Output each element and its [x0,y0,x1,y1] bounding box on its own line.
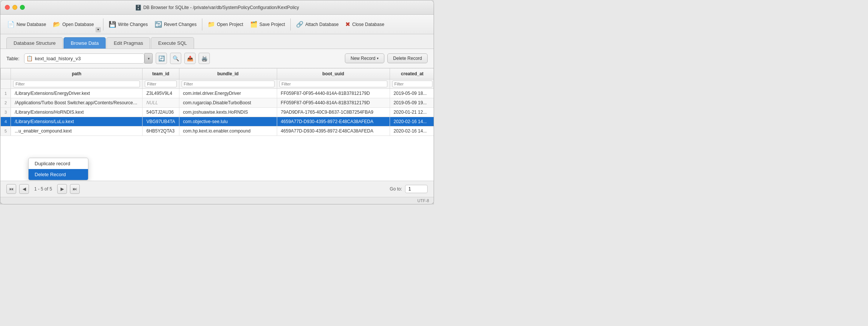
new-record-arrow-icon: ▾ [377,56,379,60]
data-table: path team_id bundle_id boot_uuid created… [0,68,434,136]
row-boot-uuid: 4659A77D-D930-4395-8972-E48CA38AFEDA [277,126,390,136]
data-table-area: path team_id bundle_id boot_uuid created… [0,68,434,181]
table-row[interactable]: 2/Applications/Turbo Boost Switcher.app/… [1,98,434,108]
print-button[interactable]: 🖨️ [199,53,210,64]
toolbar-sep-3 [290,18,291,30]
table-select-wrapper: 📋 kext_load_history_v3 ▾ [24,53,153,64]
next-page-button[interactable]: ▶ [57,184,67,194]
goto-input[interactable] [405,185,428,193]
row-team-id: 6HB5Y2QTA3 [143,126,179,136]
row-bundle-id: com.objective-see.lulu [179,117,277,126]
write-changes-button[interactable]: 💾 Write Changes [106,19,151,29]
save-project-icon: 🗂️ [250,21,258,28]
filter-cell-created-at [390,79,434,89]
export-button[interactable]: 📤 [184,53,196,64]
minimize-window-button[interactable] [12,5,17,10]
goto-label: Go to: [390,186,402,192]
table-label: Table: [6,56,20,61]
row-number: 3 [1,108,11,117]
page-info: 1 - 5 of 5 [32,186,54,192]
refresh-button[interactable]: 🔄 [156,53,167,64]
close-database-button[interactable]: ✖ Close Database [342,19,387,29]
table-row[interactable]: 3/Library/Extensions/HoRNDIS.kext54GTJ2A… [1,108,434,117]
row-path: /Library/Extensions/LuLu.kext [11,117,143,126]
row-boot-uuid: FF059F87-0F95-4440-814A-81B37812179D [277,89,390,98]
prev-page-button[interactable]: ◀ [19,184,29,194]
save-project-button[interactable]: 🗂️ Save Project [247,19,288,29]
tab-edit-pragmas[interactable]: Edit Pragmas [106,37,150,49]
col-header-created-at[interactable]: created_at [390,69,434,79]
row-bundle-id: com.hp.kext.io.enabler.compound [179,126,277,136]
tab-browse-data[interactable]: Browse Data [64,37,106,49]
status-bar: UTF-8 [0,197,434,204]
delete-record-label: Delete Record [393,56,422,61]
open-database-icon: 📂 [53,21,61,28]
footer: ⏮ ◀ 1 - 5 of 5 ▶ ⏭ Go to: [0,181,434,197]
open-project-button[interactable]: 📁 Open Project [205,19,246,29]
window-title: 🗄️ DB Browser for SQLite - /private/var/… [135,5,299,11]
row-path: /Library/Extensions/HoRNDIS.kext [11,108,143,117]
row-team-id: NULL [143,98,179,108]
row-number: 1 [1,89,11,98]
save-project-label: Save Project [259,22,285,27]
table-row[interactable]: 5...u_enabler_compound.kext6HB5Y2QTA3com… [1,126,434,136]
new-database-button[interactable]: 📄 New Database [4,19,49,29]
db-icon: 🗄️ [135,5,141,11]
row-created-at: 2020-01-21 12... [390,108,434,117]
close-database-label: Close Database [352,22,384,27]
table-select-arrow[interactable]: ▾ [144,53,153,64]
last-page-button[interactable]: ⏭ [70,184,80,194]
filter-input-team-id[interactable] [145,81,176,87]
new-record-label: New Record [351,56,375,61]
filter-button[interactable]: 🔍 [170,53,181,64]
row-bundle-id: com.intel.driver.EnergyDriver [179,89,277,98]
col-header-boot-uuid[interactable]: boot_uuid [277,69,390,79]
new-database-icon: 📄 [7,21,15,28]
main-toolbar: 📄 New Database 📂 Open Database ▾ 💾 Write… [0,15,434,34]
first-page-button[interactable]: ⏮ [6,184,16,194]
tab-execute-sql[interactable]: Execute SQL [151,37,194,49]
new-record-button[interactable]: New Record ▾ [345,53,384,63]
row-bundle-id: com.rugarciap.DisableTurboBoost [179,98,277,108]
row-team-id: Z3L495V9L4 [143,89,179,98]
titlebar: 🗄️ DB Browser for SQLite - /private/var/… [0,0,434,15]
attach-database-button[interactable]: 🔗 Attach Database [293,19,342,29]
col-header-team-id[interactable]: team_id [143,69,179,79]
col-header-num [1,69,11,79]
main-window: 🗄️ DB Browser for SQLite - /private/var/… [0,0,434,204]
traffic-lights [5,5,25,10]
row-number: 4 [1,117,11,126]
row-created-at: 2019-05-09 19... [390,98,434,108]
row-team-id: VBG97UB4TA [143,117,179,126]
filter-input-path[interactable] [13,81,140,87]
filter-cell-num [1,79,11,89]
toolbar-sep-2 [202,18,202,30]
table-row[interactable]: 1/Library/Extensions/EnergyDriver.kextZ3… [1,89,434,98]
toolbar-expand-btn[interactable]: ▾ [96,27,101,32]
context-menu-delete[interactable]: Delete Record [29,169,88,180]
context-menu-duplicate[interactable]: Duplicate record [29,158,88,169]
encoding-label: UTF-8 [417,198,429,203]
delete-record-button[interactable]: Delete Record [387,53,428,63]
col-header-bundle-id[interactable]: bundle_id [179,69,277,79]
filter-input-boot-uuid[interactable] [279,81,387,87]
row-created-at: 2020-02-16 14... [390,117,434,126]
open-database-button[interactable]: 📂 Open Database [50,19,97,29]
filter-input-created-at[interactable] [392,81,432,87]
table-body: 1/Library/Extensions/EnergyDriver.kextZ3… [1,89,434,136]
tabs-bar: Database Structure Browse Data Edit Prag… [0,34,434,49]
filter-cell-path [11,79,143,89]
row-number: 2 [1,98,11,108]
table-row[interactable]: 4/Library/Extensions/LuLu.kextVBG97UB4TA… [1,117,434,126]
revert-changes-button[interactable]: ↩️ Revert Changes [152,19,200,29]
table-select[interactable]: kext_load_history_v3 [24,53,145,64]
col-header-path[interactable]: path [11,69,143,79]
tab-database-structure[interactable]: Database Structure [6,37,63,49]
write-changes-icon: 💾 [109,21,116,28]
row-created-at: 2019-05-09 18... [390,89,434,98]
open-project-label: Open Project [217,22,243,27]
filter-input-bundle-id[interactable] [182,81,275,87]
maximize-window-button[interactable] [20,5,25,10]
context-menu: Duplicate record Delete Record [28,158,88,180]
close-window-button[interactable] [5,5,10,10]
